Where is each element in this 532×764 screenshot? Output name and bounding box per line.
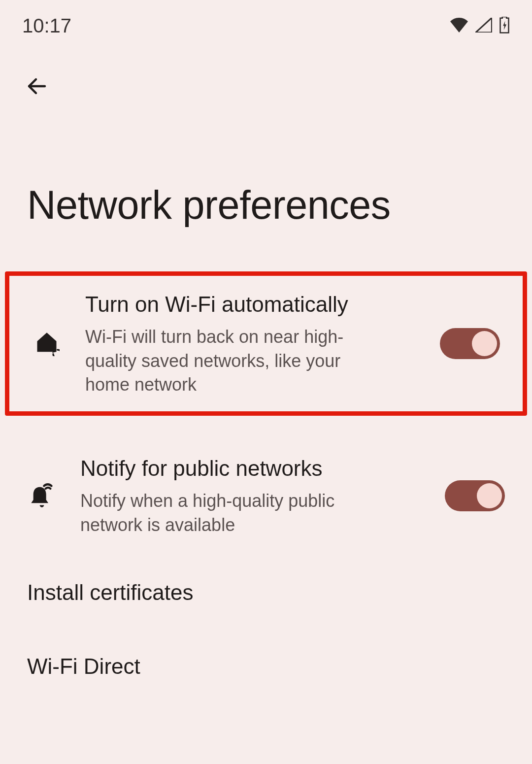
bell-wifi-icon	[27, 483, 57, 508]
setting-title: Notify for public networks	[80, 454, 430, 482]
setting-subtitle: Notify when a high-quality public networ…	[80, 489, 346, 537]
back-button[interactable]	[20, 69, 54, 103]
status-time: 10:17	[22, 15, 71, 37]
setting-text: Turn on Wi-Fi automatically Wi-Fi will t…	[85, 290, 440, 397]
setting-title: Turn on Wi-Fi automatically	[85, 290, 425, 318]
toggle-notify-public[interactable]	[445, 480, 505, 511]
setting-wifi-direct[interactable]: Wi-Fi Direct	[0, 630, 532, 703]
setting-title: Wi-Fi Direct	[27, 654, 505, 679]
setting-install-certs[interactable]: Install certificates	[0, 556, 532, 630]
setting-auto-wifi[interactable]: Turn on Wi-Fi automatically Wi-Fi will t…	[5, 271, 527, 416]
wifi-icon	[450, 18, 468, 34]
cellular-icon	[475, 18, 492, 34]
setting-subtitle: Wi-Fi will turn back on near high-qualit…	[85, 325, 351, 397]
status-icons	[450, 17, 510, 35]
battery-icon	[499, 17, 510, 35]
status-bar: 10:17	[0, 0, 532, 47]
setting-text: Notify for public networks Notify when a…	[80, 454, 445, 537]
home-sync-icon	[32, 331, 62, 356]
setting-title: Install certificates	[27, 580, 505, 605]
toggle-auto-wifi[interactable]	[440, 328, 500, 359]
page-title: Network preferences	[27, 182, 532, 228]
setting-notify-public[interactable]: Notify for public networks Notify when a…	[0, 435, 532, 556]
settings-list: Turn on Wi-Fi automatically Wi-Fi will t…	[0, 271, 532, 703]
